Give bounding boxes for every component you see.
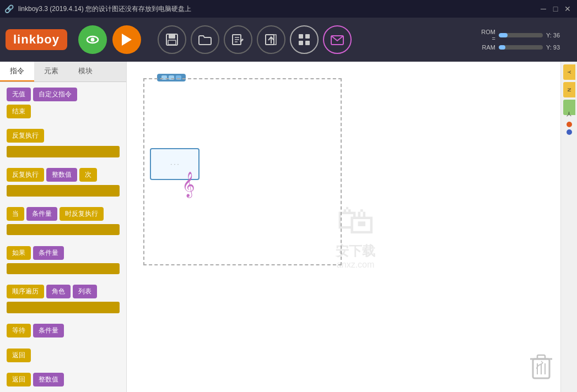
maximize-button[interactable]: □ — [551, 4, 560, 14]
titlebar-app-icon: 🔗 — [4, 4, 14, 13]
rom-label: ROM = — [479, 29, 495, 42]
block-condition-2[interactable]: 条件量 — [33, 246, 64, 260]
block-condition-3[interactable]: 条件量 — [33, 324, 64, 337]
block-int-val-1[interactable]: 整数值 — [46, 168, 77, 182]
block-row-8: 等待 条件量 — [7, 324, 120, 337]
tabs-row: 指令 元素 模块 — [0, 62, 126, 82]
block-condition-1[interactable]: 条件量 — [26, 207, 57, 221]
dashed-box: · · · — [143, 78, 342, 265]
svg-rect-15 — [305, 41, 310, 45]
block-wait[interactable]: 等待 — [7, 324, 31, 337]
svg-rect-5 — [168, 40, 176, 45]
svg-rect-13 — [305, 34, 310, 39]
block-custom-cmd[interactable]: 自定义指令 — [33, 88, 77, 101]
block-role[interactable]: 角色 — [46, 285, 71, 298]
right-panel-label-1: Y — [567, 70, 572, 74]
right-panel-label-2: N — [567, 88, 572, 92]
svg-rect-10 — [266, 35, 274, 45]
ram-progress-bg — [499, 45, 543, 50]
logo: linkboy — [6, 29, 67, 50]
left-panel: 指令 元素 模块 无值 自定义指令 结束 反复执行 反复执行 — [0, 62, 127, 392]
close-button[interactable]: ✕ — [563, 4, 573, 14]
gap-2 — [7, 161, 120, 165]
play-button[interactable] — [112, 25, 141, 54]
gap-3 — [7, 200, 120, 204]
block-when[interactable]: 当 — [7, 207, 24, 221]
block-slot-1 — [7, 146, 120, 157]
tab-elements[interactable]: 元素 — [34, 62, 68, 81]
grid-button[interactable] — [290, 25, 319, 54]
blocks-area: 无值 自定义指令 结束 反复执行 反复执行 整数值 次 — [0, 82, 126, 392]
titlebar-left: 🔗 linkboy3.3 (2019.4.14) 您的设计图还没有存放到电脑硬盘… — [4, 4, 191, 14]
titlebar-title: linkboy3.3 (2019.4.14) 您的设计图还没有存放到电脑硬盘上 — [18, 4, 191, 14]
block-no-value[interactable]: 无值 — [7, 88, 31, 101]
rom-row: ROM = Y: 36 — [479, 29, 566, 42]
block-return[interactable]: 返回 — [7, 349, 31, 362]
block-return-val[interactable]: 返回 — [7, 373, 31, 386]
block-times[interactable]: 次 — [79, 168, 97, 182]
rom-progress-fill — [499, 33, 508, 37]
svg-rect-19 — [537, 355, 545, 359]
rom-progress-bg — [499, 33, 543, 37]
toolbar: linkboy — [0, 18, 577, 62]
save-button[interactable] — [158, 25, 186, 54]
svg-rect-12 — [299, 34, 303, 39]
gap-4 — [7, 238, 120, 242]
folder-button[interactable] — [191, 25, 219, 54]
block-row-1: 无值 自定义指令 — [7, 88, 120, 101]
ram-value: Y: 93 — [546, 44, 566, 51]
edit-icon — [231, 32, 245, 47]
block-row-4: 反复执行 整数值 次 — [7, 168, 120, 182]
svg-marker-2 — [122, 34, 132, 46]
right-dot-blue — [567, 129, 572, 135]
block-slot-5 — [7, 302, 120, 313]
block-row-5: 当 条件量 时反复执行 — [7, 207, 120, 221]
gap-6 — [7, 317, 120, 320]
block-row-3: 反复执行 — [7, 129, 120, 143]
right-panel-btn-2[interactable]: N — [563, 82, 575, 97]
mail-button[interactable] — [323, 25, 352, 54]
right-panel-btn-1[interactable]: Y — [563, 64, 575, 80]
upload-button[interactable] — [257, 25, 285, 54]
right-panel: Y N 人 — [560, 62, 577, 392]
block-foreach[interactable]: 顺序遍历 — [7, 285, 44, 298]
right-dot-orange — [567, 122, 572, 127]
svg-point-1 — [91, 38, 95, 42]
titlebar-controls: ─ □ ✕ — [538, 4, 573, 14]
upload-icon — [264, 32, 278, 47]
block-end[interactable]: 结束 — [7, 105, 31, 118]
block-row-9: 返回 — [7, 349, 120, 362]
block-row-10: 返回 整数值 — [7, 373, 120, 386]
gap-5 — [7, 277, 120, 281]
tab-instructions[interactable]: 指令 — [0, 62, 34, 81]
mail-icon — [330, 32, 344, 47]
block-slot-2 — [7, 185, 120, 196]
grid-icon — [297, 32, 311, 47]
minimize-button[interactable]: ─ — [538, 4, 548, 14]
play-icon — [121, 32, 133, 47]
block-if[interactable]: 如果 — [7, 246, 31, 260]
right-panel-btn-3[interactable]: 人 — [563, 100, 575, 115]
gap-1 — [7, 122, 120, 126]
tab-modules[interactable]: 模块 — [68, 62, 103, 81]
svg-rect-14 — [299, 41, 303, 45]
block-repeat[interactable]: 反复执行 — [7, 129, 44, 143]
toolbar-icons — [158, 25, 352, 54]
folder-icon — [198, 32, 212, 47]
eye-button[interactable] — [78, 25, 107, 54]
save-icon — [165, 32, 179, 47]
block-repeat-while[interactable]: 时反复执行 — [60, 207, 104, 221]
block-row-2: 结束 — [7, 105, 120, 118]
block-row-7: 顺序遍历 角色 列表 — [7, 285, 120, 298]
gap-8 — [7, 366, 120, 369]
music-note: 𝄞 — [182, 172, 195, 197]
canvas-area[interactable]: · · · 𝄞 🛍 安下载 anxz.com — [127, 62, 560, 392]
block-repeat-n[interactable]: 反复执行 — [7, 168, 44, 182]
ram-progress-fill — [499, 45, 505, 50]
rom-value: Y: 36 — [546, 32, 566, 39]
trash-area[interactable] — [527, 351, 555, 381]
block-int-val-2[interactable]: 整数值 — [33, 373, 64, 386]
edit-button[interactable] — [224, 25, 252, 54]
block-slot-3 — [7, 224, 120, 235]
block-list[interactable]: 列表 — [73, 285, 97, 298]
